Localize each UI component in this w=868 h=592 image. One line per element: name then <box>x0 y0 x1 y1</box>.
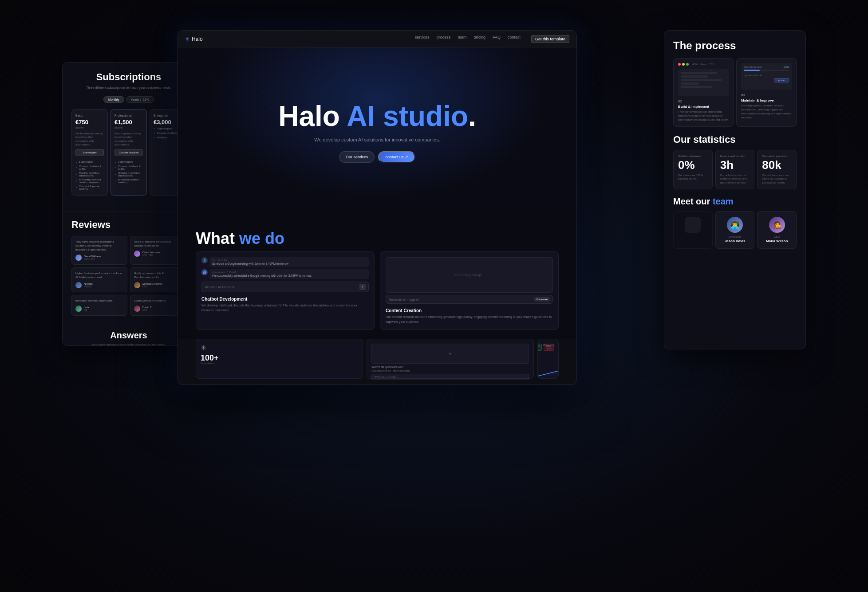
our-services-button[interactable]: Our services <box>339 151 375 163</box>
process-card-dots: HTML React CSS <box>678 63 729 66</box>
nav-link-contact[interactable]: contact <box>508 35 521 43</box>
main-browser: ✳ Halo services process team pricing FAQ… <box>178 30 577 385</box>
what-we-do-title: What we do <box>196 229 559 248</box>
reviewer-avatar <box>75 282 82 288</box>
hero-title-end: . <box>468 100 476 132</box>
review-text: Incredible workflow automation. <box>75 299 123 303</box>
chat-input-placeholder[interactable]: Message AI Assistant... <box>205 286 358 289</box>
team-title-start: Meet our <box>673 196 713 206</box>
image-generation-preview: Generating image... <box>386 257 553 293</box>
service-cards: 👤 You · 8:15 AM Schedule a Google meetin… <box>196 251 559 330</box>
reviewer-info: Nicolas Director <box>75 282 123 288</box>
jason-name: Jason Davis <box>725 239 746 243</box>
tier-basic-desc: For businesses looking to perform their … <box>75 132 104 147</box>
feature-item: Connect & pause anytime <box>75 184 104 191</box>
generate-placeholder[interactable]: Generate an image of... <box>389 298 533 301</box>
feature-item: Bi-weekly content creation <box>114 177 143 184</box>
title-start: What <box>196 229 239 247</box>
tier-basic-name: Basic <box>75 114 104 117</box>
logo-text: Halo <box>192 36 203 42</box>
chatbot-card-desc: We develop intelligent chatbots that lev… <box>201 303 369 313</box>
tier-basic-btn[interactable]: Starter plan <box>75 149 104 156</box>
team-title: Meet our team <box>673 196 797 207</box>
dot-green <box>686 63 689 66</box>
chatbot-card: 👤 You · 8:15 AM Schedule a Google meetin… <box>196 251 375 330</box>
update-text: Update available <box>744 74 789 77</box>
demo-cards-row: ✳ 100+ Integrations 🗺 Where do Quokka's … <box>178 339 576 385</box>
map-visual: 🗺 <box>371 344 529 364</box>
contact-us-button[interactable]: contact us ↗ <box>378 151 415 163</box>
stat-desc: Our solutions save our clients an averag… <box>762 173 792 184</box>
counter-value: 100+ <box>201 354 358 362</box>
code-line <box>681 82 699 85</box>
reviewer-avatar <box>134 306 140 312</box>
tier-pro-btn[interactable]: Choose this plan <box>114 149 143 156</box>
chat-send-button[interactable]: ↑ <box>359 284 366 290</box>
reviewer-role: CTO · ABC <box>142 254 160 256</box>
code-line <box>681 86 712 88</box>
left-panel: Subscriptions Three different subscripti… <box>62 62 195 346</box>
jason-role: Developer <box>729 235 741 238</box>
reviewer-info: David Williams CEO · XYZ <box>75 255 123 261</box>
efficiency-badge: Efficiency +331% <box>537 344 542 351</box>
generate-button[interactable]: Generate <box>534 297 550 302</box>
update-button[interactable]: Update ↑ <box>774 78 789 82</box>
process-title: The process <box>673 39 797 52</box>
stat-value: 3h <box>720 159 750 171</box>
review-text: Highly recommend this AI. Revolutionary … <box>134 271 182 279</box>
map-prompt-input[interactable]: Write your prompt... <box>371 374 529 380</box>
nav-link-faq[interactable]: FAQ <box>493 35 501 43</box>
team-cards: 👨‍💻 Developer Jason Davis 🧑‍🎤 CSO Maria … <box>673 211 797 249</box>
nav-cta-button[interactable]: Get this template <box>531 35 569 43</box>
ai-message: I've successfully scheduled a Google mee… <box>212 274 366 277</box>
code-lang-html: HTML <box>692 63 699 66</box>
navigation: ✳ Halo services process team pricing FAQ… <box>178 31 576 47</box>
stats-grid: Satisfied customers 0% Our clients are 1… <box>673 150 797 189</box>
feature-item: Unlimited workflow submissions <box>114 171 143 177</box>
feature-item: Custom chatbots & LLMs <box>114 164 143 171</box>
hero-subtitle: We develop custom AI solutions for innov… <box>314 137 440 142</box>
counter-icon: ✳ <box>201 344 358 352</box>
nav-logo: ✳ Halo <box>185 36 203 42</box>
content-card-title: Content Creation <box>386 308 553 313</box>
ai-time: AI Assistant · 8:15 AM <box>212 271 366 274</box>
team-section: Meet our team 👨‍💻 Developer Jason Davis … <box>673 196 797 249</box>
right-panel: The process HTML React CSS <box>664 30 806 349</box>
metric-value-down: -1.2% <box>783 66 789 68</box>
reviews-grid: They have delivered outstanding solution… <box>71 236 186 316</box>
nav-link-process[interactable]: process <box>437 35 451 43</box>
statistics-title: Our statistics <box>673 134 797 145</box>
review-text: They have delivered outstanding solution… <box>75 240 123 252</box>
subscriptions-section: Subscriptions Three different subscripti… <box>63 63 195 212</box>
stat-card-hours: Hours saved per day 3h Our solutions sav… <box>715 150 755 189</box>
reviewer-info: Olivia Johnson CTO · ABC <box>134 251 182 257</box>
cost-badge: Cost -61% <box>544 344 554 351</box>
tier-pro-desc: For companies looking to perform their c… <box>114 132 143 147</box>
reviewer-role: CEO · XYZ <box>84 258 101 260</box>
process-card-build: HTML React CSS 02 Build & Implemen <box>673 58 734 127</box>
code-lang-react: React <box>700 63 707 66</box>
faq-section: Answers We've given answers to some of t… <box>63 323 195 346</box>
stat-label: Cost saved per month <box>762 155 792 157</box>
map-input-placeholder: Write your prompt... <box>374 376 398 378</box>
counter-card: ✳ 100+ Integrations <box>196 339 363 379</box>
nav-link-pricing[interactable]: pricing <box>473 35 485 43</box>
reviewer-avatar <box>75 255 82 261</box>
review-text: Halo's Ai changes our business operation… <box>134 240 182 248</box>
generating-text: Generating image... <box>454 273 485 277</box>
toggle-yearly[interactable]: Yearly / -15% <box>126 96 154 103</box>
map-question: Where do Quokka's live? <box>371 365 529 369</box>
graph-card: Efficiency Efficiency +331% Cost -61% <box>537 339 559 379</box>
reviewer-info: David Z. CTO <box>134 306 182 312</box>
team-placeholder-avatar <box>685 217 701 233</box>
tier-basic-period: /month <box>75 126 104 129</box>
team-card-jason: 👨‍💻 Developer Jason Davis <box>715 211 755 249</box>
code-line <box>681 72 717 74</box>
counter-label: Integrations <box>201 362 358 365</box>
process-metrics-preview: Operational cost -1.2% Update available … <box>741 63 792 90</box>
jason-avatar: 👨‍💻 <box>727 217 743 233</box>
nav-link-team[interactable]: team <box>458 35 466 43</box>
nav-link-services[interactable]: services <box>415 35 430 43</box>
toggle-monthly[interactable]: Monthly <box>103 96 124 103</box>
reviewer-info: Michael Andrews COO <box>134 282 182 288</box>
